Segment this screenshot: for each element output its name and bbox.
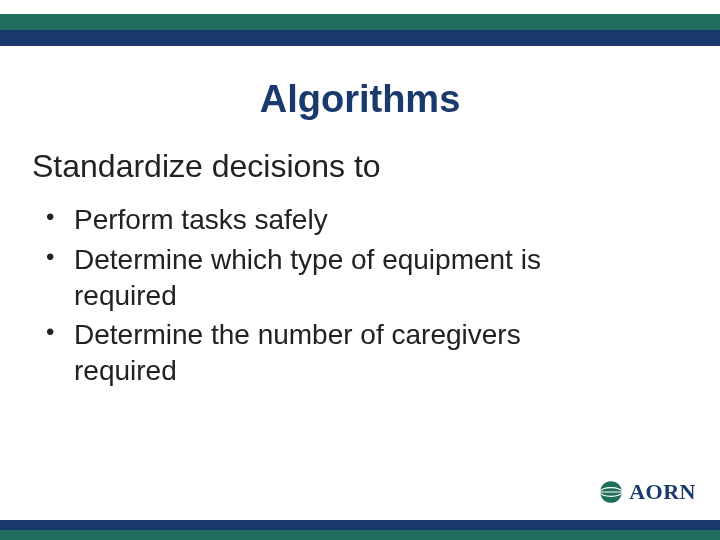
globe-icon [597, 478, 625, 506]
logo-text: AORN [629, 479, 696, 505]
bottom-bar-green [0, 530, 720, 540]
slide: Algorithms Standardize decisions to Perf… [0, 0, 720, 540]
top-bar-blue [0, 30, 720, 46]
slide-title: Algorithms [0, 78, 720, 121]
bullet-item: Determine the number of caregivers requi… [42, 317, 560, 389]
bullet-item: Determine which type of equipment is req… [42, 242, 560, 314]
logo: AORN [597, 478, 696, 506]
bullet-item: Perform tasks safely [42, 202, 560, 238]
slide-subtitle: Standardize decisions to [32, 148, 381, 185]
bullet-list: Perform tasks safely Determine which typ… [42, 202, 560, 393]
